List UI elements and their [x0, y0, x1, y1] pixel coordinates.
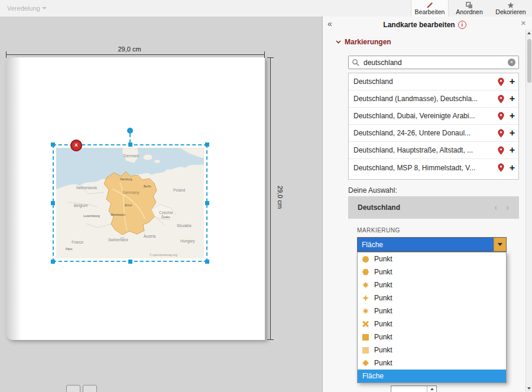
chevron-down-icon — [42, 7, 47, 9]
pencil-icon — [411, 0, 448, 8]
dropdown-option[interactable]: Punkt — [358, 265, 506, 278]
chevron-down-icon — [498, 243, 502, 246]
point-sun-icon — [362, 308, 369, 315]
dropdown-option[interactable]: Punkt — [358, 344, 506, 357]
search-result-row[interactable]: Deutschland, Dubai, Vereinigte Arabi... … — [349, 108, 518, 125]
book-spine-shading — [6, 57, 21, 340]
dropdown-option[interactable]: Punkt — [358, 291, 506, 304]
point-square-light-icon — [362, 347, 369, 354]
width-dimension-line — [6, 54, 265, 55]
panel-title: Landkarte bearbeiten — [383, 21, 455, 29]
search-result-row[interactable]: Deutschland, 24-26, Untere Donaul... + — [349, 125, 518, 142]
marker-pin-icon — [497, 95, 505, 103]
result-label: Deutschland (Landmasse), Deutschla... — [353, 95, 497, 103]
dimension-tick — [6, 51, 7, 58]
veredelung-menu[interactable]: Veredelung — [7, 5, 47, 12]
selection-handle-bottom-center[interactable] — [128, 260, 132, 264]
option-label: Punkt — [374, 333, 392, 341]
page-height-dimension-label: 29,0 cm — [277, 186, 284, 209]
spinner-up-icon — [430, 388, 434, 390]
top-toolbar: Veredelung Bearbeiten Anordnen Dekoriere… — [0, 0, 532, 17]
spinner-arrows[interactable] — [427, 386, 436, 392]
marker-type-combobox[interactable]: Fläche — [357, 237, 507, 252]
selection-handle-top-left[interactable] — [51, 142, 55, 147]
selection-handle-bottom-left[interactable] — [51, 260, 55, 264]
close-panel-button[interactable]: × — [521, 18, 526, 28]
application-window: Veredelung Bearbeiten Anordnen Dekoriere… — [0, 0, 532, 392]
selection-border — [53, 144, 207, 262]
marker-type-dropdown: Punkt Punkt Punkt Punkt Punkt Punkt — [357, 252, 507, 383]
option-label: Punkt — [374, 294, 392, 302]
dropdown-option[interactable]: Punkt — [358, 252, 506, 265]
point-square-icon — [362, 334, 369, 341]
chevron-down-icon — [336, 40, 341, 44]
page-thumbnail[interactable] — [66, 385, 80, 392]
add-marker-button[interactable]: + — [510, 128, 515, 138]
marker-pin-icon — [497, 163, 505, 172]
scrollbar-thumb[interactable] — [527, 39, 531, 83]
rotation-line — [129, 134, 131, 143]
scrollbar-down-icon[interactable] — [527, 387, 531, 390]
option-label: Punkt — [374, 307, 392, 315]
page-thumbnail[interactable] — [83, 385, 97, 392]
marker-search-box: × — [348, 56, 519, 69]
dropdown-option[interactable]: Punkt — [358, 357, 506, 370]
option-label: Punkt — [374, 281, 392, 289]
result-label: Deutschland, MSP 8, Himmelstadt, V... — [353, 164, 497, 172]
marker-pin-icon — [497, 146, 505, 155]
dropdown-option[interactable]: Punkt — [358, 278, 506, 291]
option-label: Punkt — [374, 359, 392, 367]
search-input[interactable] — [362, 58, 508, 67]
add-marker-button[interactable]: + — [510, 77, 515, 86]
partial-spinner-control[interactable] — [391, 385, 437, 392]
previous-marker-button[interactable]: ‹ — [490, 203, 501, 212]
tab-bearbeiten[interactable]: Bearbeiten — [411, 0, 449, 17]
selection-handle-mid-left[interactable] — [51, 201, 55, 205]
tab-anordnen[interactable]: Anordnen — [450, 0, 488, 17]
info-icon[interactable]: i — [458, 21, 466, 29]
collapse-panel-button[interactable]: « — [327, 19, 332, 28]
dropdown-option-selected[interactable]: Fläche — [358, 370, 506, 383]
search-result-row[interactable]: Deutschland, MSP 8, Himmelstadt, V... + — [349, 159, 518, 176]
selection-handle-bottom-right[interactable] — [205, 260, 209, 264]
search-result-row[interactable]: Deutschland, Hauptstraße, Altstadt, ... … — [349, 142, 518, 159]
next-marker-button[interactable]: › — [502, 203, 513, 212]
dimension-tick — [267, 57, 274, 58]
map-image[interactable]: Denmark Hamburg Netherlands Berlin Germa… — [56, 148, 204, 258]
section-title: Markierungen — [345, 38, 391, 46]
point-star4-icon — [362, 295, 369, 302]
marker-pin-icon — [497, 77, 505, 86]
page-width-dimension-label: 29,0 cm — [100, 46, 159, 53]
add-marker-button[interactable]: + — [510, 163, 515, 173]
selection-handle-mid-right[interactable] — [205, 201, 209, 205]
height-dimension-line — [270, 57, 271, 340]
panel-scrollbar[interactable] — [525, 30, 532, 392]
search-result-row[interactable]: Deutschland + — [349, 73, 518, 90]
selected-marker-card: Deutschland ‹ › — [348, 196, 519, 219]
scrollbar-up-icon[interactable] — [527, 32, 531, 34]
marker-pin-icon — [497, 112, 505, 121]
dimension-tick — [264, 51, 265, 58]
rotate-handle[interactable] — [127, 128, 133, 134]
decorate-star-icon — [491, 0, 530, 8]
search-result-row[interactable]: Deutschland (Landmasse), Deutschla... + — [349, 90, 518, 108]
delete-button[interactable]: × — [70, 140, 82, 151]
selection-handle-top-center[interactable] — [128, 142, 132, 147]
selection-handle-top-right[interactable] — [205, 142, 209, 147]
dropdown-option[interactable]: Punkt — [358, 318, 506, 331]
arrange-layers-icon — [450, 0, 488, 8]
option-label: Punkt — [374, 268, 392, 276]
add-marker-button[interactable]: + — [510, 111, 515, 121]
tab-dekorieren[interactable]: Dekorieren — [491, 0, 530, 17]
option-label: Punkt — [374, 320, 392, 328]
search-icon — [352, 59, 359, 66]
result-label: Deutschland — [353, 77, 497, 86]
result-label: Deutschland, Dubai, Vereinigte Arabi... — [353, 112, 497, 120]
dropdown-option[interactable]: Punkt — [358, 304, 506, 318]
section-markierungen[interactable]: Markierungen — [336, 38, 391, 46]
combobox-dropdown-button[interactable] — [494, 238, 506, 251]
add-marker-button[interactable]: + — [510, 145, 515, 155]
clear-search-button[interactable]: × — [508, 59, 515, 66]
add-marker-button[interactable]: + — [510, 94, 515, 103]
dropdown-option[interactable]: Punkt — [358, 331, 506, 344]
